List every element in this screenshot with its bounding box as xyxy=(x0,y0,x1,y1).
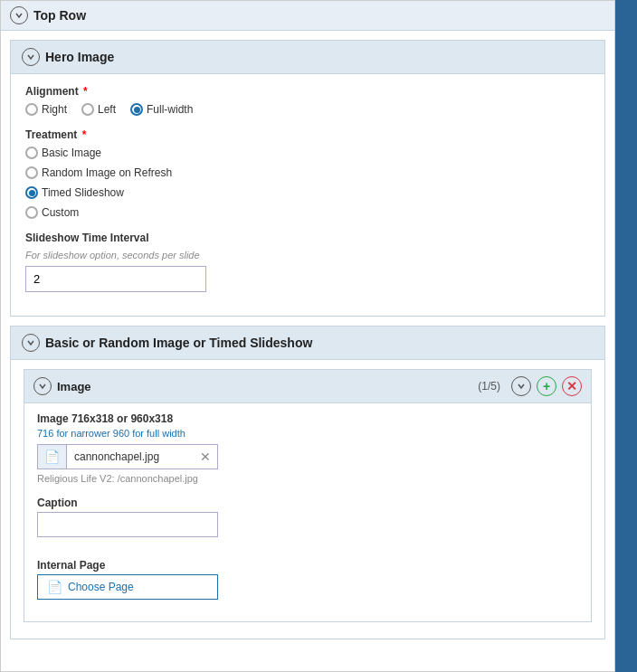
treatment-random-radio[interactable] xyxy=(25,166,38,179)
alignment-right-radio[interactable] xyxy=(25,103,38,116)
image-counter: (1/5) xyxy=(478,380,500,393)
image-file-field: Image 716x318 or 960x318 716 for narrowe… xyxy=(37,412,578,484)
required-star: * xyxy=(81,85,88,98)
arrow-down-icon xyxy=(517,382,526,391)
image-remove-button[interactable]: ✕ xyxy=(562,376,582,396)
basic-random-section: Basic or Random Image or Timed Slideshow… xyxy=(10,326,605,639)
hero-image-collapse-icon[interactable] xyxy=(22,48,40,66)
alignment-right-option[interactable]: Right xyxy=(25,103,67,116)
caption-label: Caption xyxy=(37,497,578,509)
image-size-hint: 716 for narrower 960 for full width xyxy=(37,428,578,439)
top-row-section: Top Row xyxy=(1,1,614,31)
alignment-fullwidth-radio[interactable] xyxy=(130,103,143,116)
caption-field: Caption xyxy=(37,497,578,546)
treatment-random-option[interactable]: Random Image on Refresh xyxy=(25,166,590,179)
image-subsection: Image (1/5) + ✕ xyxy=(24,369,592,622)
hero-image-header: Hero Image xyxy=(11,41,604,74)
slideshow-interval-input[interactable] xyxy=(25,266,206,292)
basic-random-body: Image (1/5) + ✕ xyxy=(11,360,604,639)
treatment-label: Treatment * xyxy=(25,128,590,141)
hero-image-body: Alignment * Right Left Ful xyxy=(11,74,604,316)
right-panel xyxy=(615,0,637,672)
internal-page-field: Internal Page 📄 Choose Page xyxy=(37,559,578,600)
treatment-timed-option[interactable]: Timed Slideshow xyxy=(25,186,590,199)
choose-page-button[interactable]: 📄 Choose Page xyxy=(37,574,218,600)
basic-random-header: Basic or Random Image or Timed Slideshow xyxy=(11,327,604,360)
treatment-custom-label: Custom xyxy=(42,206,79,219)
image-subsection-body: Image 716x318 or 960x318 716 for narrowe… xyxy=(24,403,591,621)
image-move-down-button[interactable] xyxy=(511,376,531,396)
treatment-timed-label: Timed Slideshow xyxy=(42,186,124,199)
top-row-title: Top Row xyxy=(33,8,86,23)
file-icon: 📄 xyxy=(38,445,67,469)
required-star-2: * xyxy=(79,128,86,141)
treatment-custom-radio[interactable] xyxy=(25,206,38,219)
hero-image-title: Hero Image xyxy=(45,50,114,64)
image-subsection-title: Image xyxy=(57,380,472,393)
treatment-random-label: Random Image on Refresh xyxy=(42,166,172,179)
alignment-left-radio[interactable] xyxy=(81,103,94,116)
chevron-down-icon xyxy=(26,52,35,62)
file-path: Religious Life V2: /cannonchapel.jpg xyxy=(37,473,578,484)
alignment-label: Alignment * xyxy=(25,85,590,98)
slideshow-interval-label: Slideshow Time Interval xyxy=(25,232,590,244)
treatment-field: Treatment * Basic Image Random Image on … xyxy=(25,128,590,219)
hero-image-section: Hero Image Alignment * Right xyxy=(10,40,605,317)
alignment-fullwidth-option[interactable]: Full-width xyxy=(130,103,193,116)
chevron-down-icon xyxy=(38,382,47,391)
image-size-label: Image 716x318 or 960x318 xyxy=(37,412,578,425)
image-collapse-icon[interactable] xyxy=(33,377,52,395)
page-icon: 📄 xyxy=(47,580,62,594)
close-icon: ✕ xyxy=(566,379,577,393)
image-subsection-header: Image (1/5) + ✕ xyxy=(24,370,591,403)
chevron-down-icon xyxy=(14,11,24,20)
internal-page-label: Internal Page xyxy=(37,559,578,572)
caption-input[interactable] xyxy=(37,512,218,537)
slideshow-interval-field: Slideshow Time Interval For slideshow op… xyxy=(25,232,590,292)
plus-icon: + xyxy=(543,379,550,393)
file-input-row[interactable]: 📄 cannonchapel.jpg ✕ xyxy=(37,444,218,469)
treatment-basic-radio[interactable] xyxy=(25,147,38,159)
treatment-basic-label: Basic Image xyxy=(42,147,101,159)
treatment-radio-group: Basic Image Random Image on Refresh Time… xyxy=(25,147,590,219)
image-add-button[interactable]: + xyxy=(537,376,556,396)
alignment-left-option[interactable]: Left xyxy=(81,103,116,116)
alignment-fullwidth-label: Full-width xyxy=(147,103,193,116)
treatment-custom-option[interactable]: Custom xyxy=(25,206,590,219)
treatment-timed-radio[interactable] xyxy=(25,186,38,199)
file-clear-button[interactable]: ✕ xyxy=(194,445,217,469)
treatment-basic-option[interactable]: Basic Image xyxy=(25,147,590,159)
chevron-down-icon xyxy=(26,338,35,347)
alignment-left-label: Left xyxy=(98,103,116,116)
alignment-field: Alignment * Right Left Ful xyxy=(25,85,590,116)
choose-page-label: Choose Page xyxy=(68,581,134,593)
basic-random-collapse-icon[interactable] xyxy=(22,334,40,352)
top-row-collapse-icon[interactable] xyxy=(10,6,28,24)
alignment-right-label: Right xyxy=(42,103,67,116)
slideshow-hint: For slideshow option, seconds per slide xyxy=(25,250,590,260)
file-name: cannonchapel.jpg xyxy=(67,446,194,468)
basic-random-title: Basic or Random Image or Timed Slideshow xyxy=(45,336,312,350)
alignment-radio-group: Right Left Full-width xyxy=(25,103,590,116)
